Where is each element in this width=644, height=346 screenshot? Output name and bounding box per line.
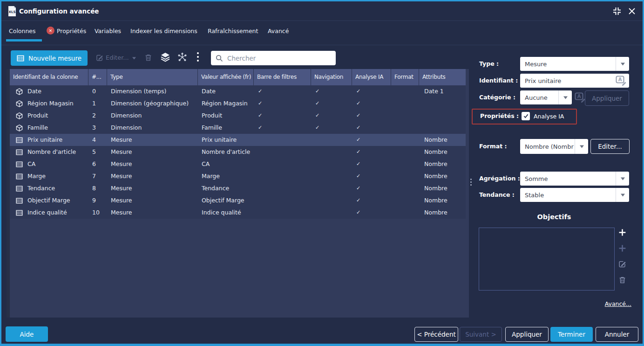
tab-proprietes[interactable]: Propriétés [57,28,86,35]
chevron-down-icon[interactable] [558,90,572,104]
identifiant-field[interactable]: Prix unitaire [520,74,629,88]
add-objective-icon[interactable] [618,228,626,236]
tab-bar: Colonnes ✕ Propriétés Variables Indexer … [1,21,643,45]
edit-dropdown-caret-icon[interactable] [132,56,136,60]
objectifs-list[interactable] [479,228,615,291]
tab-colonnes[interactable]: Colonnes [9,28,36,35]
table-row[interactable]: Produit 2 Dimension Produit ✓ ✓ ✓ [10,110,466,122]
tab-rafraichissement[interactable]: Rafraîchissement [208,28,258,35]
tab-indexer[interactable]: Indexer les dimensions [130,28,197,35]
table-row[interactable]: Tendance 8 Mesure Tendance ✓ Nombre [10,182,466,194]
identifiant-label: Identifiant : [479,77,518,84]
analyse-ia-check: ✓ [352,194,391,207]
search-placeholder: Chercher [227,55,256,62]
col-header-num[interactable]: #... [88,69,107,85]
objectifs-title: Objectifs [486,213,622,221]
cube-icon [16,112,23,119]
svg-text:XLS: XLS [9,10,16,14]
analyse-ia-checkbox[interactable] [522,112,530,120]
filter-check [254,194,311,207]
edit-icon[interactable] [96,54,103,62]
error-badge-icon: ✕ [47,27,54,35]
help-button[interactable]: Aide [6,326,48,342]
agregation-dropdown[interactable]: Somme [520,172,629,186]
xls-file-icon: XLS [7,6,17,17]
format-label: Format : [479,143,507,150]
cube-icon [16,100,23,107]
analyse-ia-check: ✓ [352,146,391,158]
table-row[interactable]: Indice qualité 10 Mesure Indice qualité … [10,207,466,219]
tab-avance[interactable]: Avancé [268,28,289,35]
table-row[interactable]: Prix unitaire 4 Mesure Prix unitaire ✓ N… [10,134,466,146]
delete-objective-icon[interactable] [618,276,626,284]
navigation-check [311,146,352,158]
tendance-label: Tendance : [479,191,515,198]
navigation-check [311,158,352,170]
apply-button[interactable]: Appliquer [505,327,549,342]
finish-button[interactable]: Terminer [550,327,593,342]
navigation-check: ✓ [311,85,352,97]
apply-category-button[interactable]: Appliquer [585,90,629,106]
table-row[interactable]: Date 0 Dimension (temps) Date ✓ ✓ ✓ Date… [10,85,466,97]
table-row[interactable]: Marge 7 Mesure Marge ✓ Nombre [10,170,466,182]
filter-check: ✓ [254,85,311,97]
navigation-check [311,134,352,146]
col-header-valeur[interactable]: Valeur affichée (fr) [198,69,254,85]
abacus-icon [16,137,23,144]
filter-check: ✓ [254,122,311,134]
categorie-label: Catégorie : [479,94,515,101]
chevron-down-icon[interactable] [575,139,588,154]
analyse-ia-check: ✓ [352,110,391,122]
close-icon[interactable] [628,7,636,15]
navigation-check [311,182,352,194]
type-dropdown[interactable]: Mesure [520,57,629,71]
columns-table: Identifiant de la colonne #... Type Vale… [7,69,469,318]
add-objective-secondary-icon[interactable] [618,244,626,252]
col-header-navigation[interactable]: Navigation [311,69,352,85]
categorie-dropdown[interactable]: Aucune [520,90,572,104]
edit-objective-icon[interactable] [618,260,626,268]
window-title: Configuration avancée [19,7,99,15]
navigation-check: ✓ [311,110,352,122]
navigation-check: ✓ [311,97,352,110]
chevron-down-icon[interactable] [616,57,629,71]
table-row[interactable]: Objectif Marge 9 Mesure Objectif Marge ✓… [10,194,466,207]
restore-icon[interactable] [612,7,622,16]
search-input[interactable]: Chercher [211,51,336,65]
tab-variables[interactable]: Variables [95,28,121,35]
analyse-ia-check: ✓ [352,134,391,146]
col-header-attributs[interactable]: Attributs [419,69,466,85]
col-header-type[interactable]: Type [107,69,198,85]
active-tab-underline [6,39,42,42]
chevron-down-icon[interactable] [616,188,629,202]
translate-icon[interactable] [616,76,627,86]
tendance-dropdown[interactable]: Stable [520,188,629,202]
edit-button[interactable]: Editer... [106,54,129,61]
chevron-down-icon[interactable] [616,172,629,186]
next-button[interactable]: Suivant > [460,327,502,342]
cancel-button[interactable]: Annuler [596,327,638,342]
filter-check: ✓ [254,110,311,122]
translate-icon[interactable] [575,92,586,103]
filter-check [254,146,311,158]
table-header: Identifiant de la colonne #... Type Vale… [10,69,466,85]
format-dropdown[interactable]: Nombre (Nombr [520,139,588,154]
previous-button[interactable]: < Précédent [414,327,458,342]
col-header-identifiant[interactable]: Identifiant de la colonne [10,69,88,85]
col-header-filtres[interactable]: Barre de filtres [254,69,311,85]
layers-icon[interactable] [160,52,170,62]
table-row[interactable]: Région Magasin 1 Dimension (géographique… [10,97,466,110]
table-row[interactable]: Nombre d'article 5 Mesure Nombre d'artic… [10,146,466,158]
filter-check [254,134,311,146]
table-row[interactable]: CA 6 Mesure CA ✓ Nombre [10,158,466,170]
molecule-icon[interactable] [178,53,187,62]
new-measure-button[interactable]: Nouvelle mesure [11,50,88,66]
more-options-icon[interactable] [197,52,199,62]
col-header-analyse-ia[interactable]: Analyse IA [352,69,391,85]
format-edit-button[interactable]: Editer... [590,139,630,154]
advanced-link[interactable]: Avancé... [605,300,631,307]
table-row[interactable]: Famille 3 Dimension Famille ✓ ✓ ✓ [10,122,466,134]
col-header-format[interactable]: Format [391,69,419,85]
delete-icon[interactable] [144,54,152,62]
abacus-icon [16,197,23,204]
